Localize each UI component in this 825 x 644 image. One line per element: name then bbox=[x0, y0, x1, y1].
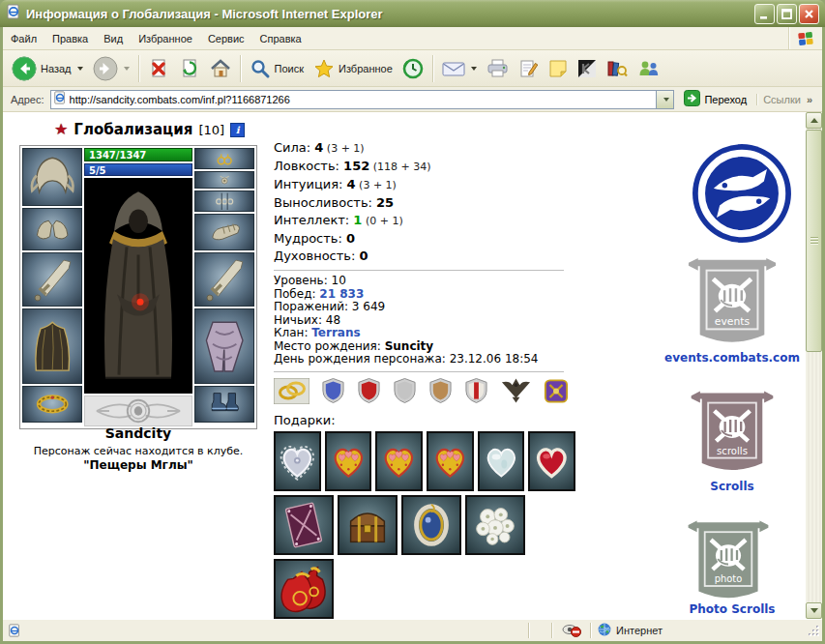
sword-slot[interactable] bbox=[194, 252, 254, 307]
info-row: Побед: 21 833 bbox=[274, 288, 575, 302]
stat-extra: (118 + 34) bbox=[369, 161, 430, 173]
red-heart-gift[interactable] bbox=[528, 431, 575, 491]
photo-scrolls-link[interactable]: Photo Scrolls bbox=[664, 602, 800, 616]
scroll-up-button[interactable] bbox=[806, 112, 822, 129]
forward-dropdown-caret[interactable] bbox=[124, 67, 130, 71]
links-label: Ссылки bbox=[763, 94, 801, 105]
divider bbox=[274, 371, 564, 372]
links-toolbar[interactable]: Ссылки » bbox=[756, 94, 818, 105]
menu-bar: ФайлПравкаВидИзбранноеСервисСправка bbox=[3, 27, 822, 50]
gloves-slot[interactable] bbox=[194, 214, 254, 250]
stat-row: Ловкость: 152 (118 + 34) bbox=[274, 158, 575, 176]
rings-slot[interactable] bbox=[194, 190, 254, 212]
stat-label: Выносливость: bbox=[274, 195, 376, 210]
helmet-slot[interactable] bbox=[22, 148, 82, 206]
info-row: Ничьих: 48 bbox=[274, 314, 575, 328]
notes-button[interactable] bbox=[544, 57, 573, 80]
links-chevron[interactable]: » bbox=[807, 94, 812, 105]
clan-emblem-watermark bbox=[84, 395, 192, 426]
menu-Сервис[interactable]: Сервис bbox=[200, 29, 252, 48]
history-button[interactable] bbox=[398, 56, 428, 81]
messenger-button[interactable] bbox=[633, 57, 665, 80]
white-flowers-gift[interactable] bbox=[465, 495, 525, 555]
home-button[interactable] bbox=[205, 56, 236, 81]
info-value[interactable]: Terrans bbox=[311, 326, 360, 339]
character-portrait bbox=[84, 178, 192, 394]
clan-eagle-badge[interactable] bbox=[500, 377, 532, 404]
address-url[interactable]: http://sandcity.combats.com/inf.pl?11668… bbox=[70, 94, 657, 105]
shield-red-badge[interactable] bbox=[357, 377, 381, 404]
menu-Правка[interactable]: Правка bbox=[44, 29, 96, 48]
info-row: Уровень: 10 bbox=[274, 275, 575, 288]
kaspersky-button[interactable] bbox=[573, 57, 602, 80]
go-button[interactable]: Переход bbox=[680, 88, 751, 110]
search-button[interactable]: Поиск bbox=[245, 56, 309, 81]
svg-text:scrolls: scrolls bbox=[717, 446, 748, 456]
info-value[interactable]: 21 833 bbox=[319, 287, 364, 301]
scroll-down-button[interactable] bbox=[806, 602, 822, 619]
shield-silver-badge[interactable] bbox=[393, 377, 417, 404]
order-purple-badge[interactable] bbox=[544, 378, 569, 404]
stat-label: Сила: bbox=[274, 140, 314, 155]
stat-row: Мудрость: 0 bbox=[274, 230, 575, 248]
info-value: 3 649 bbox=[352, 300, 385, 313]
mirror-amulet-gift[interactable] bbox=[401, 495, 461, 555]
sword-slot[interactable] bbox=[22, 252, 82, 307]
menu-Избранное[interactable]: Избранное bbox=[131, 29, 200, 48]
ice-heart-gift[interactable] bbox=[478, 431, 525, 491]
red-gift-bags-gift[interactable] bbox=[274, 559, 334, 619]
info-icon[interactable]: i bbox=[230, 123, 245, 137]
close-button[interactable] bbox=[799, 4, 819, 24]
menu-Справка[interactable]: Справка bbox=[252, 29, 309, 48]
boots-slot[interactable] bbox=[194, 386, 254, 423]
scrolls-banner[interactable]: scrolls bbox=[687, 387, 778, 476]
pants-slot[interactable] bbox=[194, 308, 254, 384]
gold-heart-gift[interactable] bbox=[427, 431, 474, 491]
privacy-report-icon[interactable] bbox=[555, 624, 588, 637]
gold-heart-gift[interactable] bbox=[375, 431, 423, 491]
menu-Файл[interactable]: Файл bbox=[3, 29, 44, 48]
belt-slot[interactable] bbox=[22, 386, 82, 423]
mail-button[interactable] bbox=[437, 57, 482, 80]
print-button[interactable] bbox=[482, 57, 514, 80]
pauldrons-slot[interactable] bbox=[22, 208, 82, 250]
vertical-scrollbar[interactable] bbox=[806, 112, 822, 619]
menu-Вид[interactable]: Вид bbox=[96, 29, 131, 48]
favorites-button[interactable]: Избранное bbox=[309, 56, 398, 81]
edit-button[interactable] bbox=[514, 57, 544, 80]
shield-tan-badge[interactable] bbox=[428, 377, 453, 404]
events-link[interactable]: events.combats.com bbox=[664, 351, 800, 365]
resize-grip[interactable] bbox=[806, 623, 821, 638]
purple-book-gift[interactable] bbox=[274, 495, 334, 555]
lace-heart-gift[interactable] bbox=[274, 431, 321, 491]
cloak-slot[interactable] bbox=[22, 308, 82, 384]
stop-button[interactable] bbox=[143, 56, 174, 81]
amulet-slot[interactable] bbox=[194, 171, 254, 189]
wedding-rings-badge[interactable] bbox=[274, 378, 309, 404]
shield-blue-badge[interactable] bbox=[321, 377, 345, 404]
scrollbar-thumb[interactable] bbox=[806, 130, 822, 352]
maximize-button[interactable] bbox=[777, 4, 797, 24]
photo-scrolls-banner[interactable]: photo bbox=[682, 516, 775, 603]
research-books-button[interactable] bbox=[602, 57, 633, 80]
minimize-button[interactable] bbox=[754, 4, 775, 24]
gold-heart-gift[interactable] bbox=[325, 431, 372, 491]
stat-extra: (3 + 1) bbox=[323, 142, 364, 155]
stat-label: Мудрость: bbox=[274, 231, 346, 246]
scrolls-link[interactable]: Scrolls bbox=[664, 480, 800, 493]
zodiac-pisces-badge[interactable] bbox=[692, 143, 792, 244]
stats-column: Сила: 4 (3 + 1)Ловкость: 152 (118 + 34)И… bbox=[274, 139, 575, 619]
earrings-slot[interactable] bbox=[194, 148, 254, 169]
stat-label: Интуиция: bbox=[274, 177, 347, 191]
back-dropdown-caret[interactable] bbox=[77, 67, 83, 71]
back-button[interactable]: Назад bbox=[7, 54, 88, 83]
treasure-chest-gift[interactable] bbox=[338, 495, 398, 555]
address-input[interactable]: http://sandcity.combats.com/inf.pl?11668… bbox=[50, 90, 675, 109]
mail-dropdown-caret[interactable] bbox=[471, 67, 477, 71]
forward-button[interactable] bbox=[88, 54, 134, 83]
address-dropdown-button[interactable] bbox=[656, 91, 673, 108]
events-banner[interactable]: events bbox=[684, 253, 781, 348]
badges-row bbox=[274, 377, 575, 404]
shield-white-badge[interactable] bbox=[464, 377, 488, 404]
refresh-button[interactable] bbox=[174, 56, 205, 81]
